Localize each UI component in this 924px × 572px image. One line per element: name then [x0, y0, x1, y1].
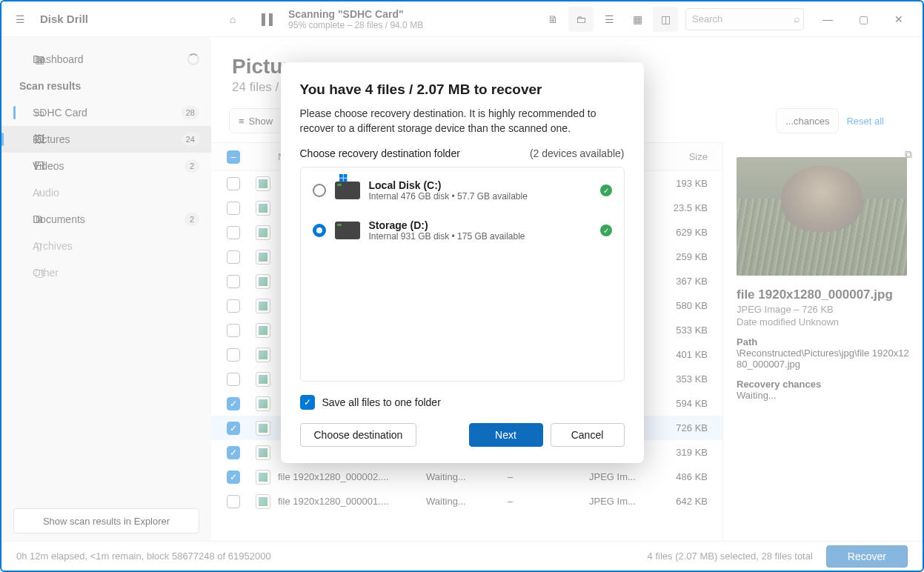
- save-one-folder-checkbox[interactable]: ✓: [300, 395, 315, 410]
- dialog-title: You have 4 files / 2.07 MB to recover: [300, 82, 625, 98]
- radio-button[interactable]: [313, 184, 326, 197]
- dialog-body: Please choose recovery destination. It i…: [300, 107, 625, 136]
- destination-name: Local Disk (C:): [369, 179, 591, 191]
- next-button[interactable]: Next: [469, 423, 543, 447]
- recovery-destination-dialog: You have 4 files / 2.07 MB to recover Pl…: [281, 62, 644, 463]
- status-ok-icon: ✓: [600, 225, 612, 236]
- devices-count: (2 devices available): [530, 147, 625, 159]
- drive-icon: [335, 182, 360, 199]
- save-one-folder-label: Save all files to one folder: [322, 396, 441, 408]
- radio-button[interactable]: [313, 224, 326, 237]
- destination-detail: Internal 931 GB disk • 175 GB available: [369, 231, 591, 242]
- destination-detail: Internal 476 GB disk • 57.7 GB available: [369, 191, 591, 202]
- destination-storage-d[interactable]: Storage (D:) Internal 931 GB disk • 175 …: [305, 210, 619, 250]
- status-ok-icon: ✓: [600, 184, 612, 196]
- cancel-button[interactable]: Cancel: [551, 423, 625, 447]
- choose-folder-label: Choose recovery destination folder: [300, 147, 460, 159]
- destination-local-disk-c[interactable]: Local Disk (C:) Internal 476 GB disk • 5…: [305, 170, 619, 210]
- choose-destination-button[interactable]: Choose destination: [300, 423, 417, 447]
- drive-icon: [335, 222, 360, 239]
- destination-name: Storage (D:): [369, 219, 591, 231]
- destination-list: Local Disk (C:) Internal 476 GB disk • 5…: [300, 167, 625, 382]
